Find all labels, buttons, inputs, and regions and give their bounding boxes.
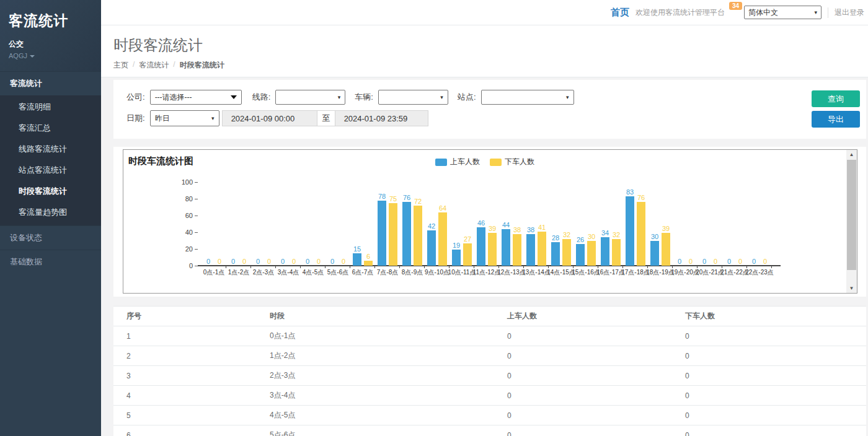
breadcrumb-item[interactable]: 客流统计 <box>139 60 169 71</box>
sidebar-item[interactable]: 基础数据 <box>0 250 101 274</box>
chart-scrollbar[interactable]: ▲ ▼ <box>846 150 857 293</box>
x-tick-label: 12点-13点 <box>497 268 526 277</box>
x-tick-label: 21点-22点 <box>720 268 749 277</box>
bar-column: 0 <box>254 182 262 266</box>
topbar: 首页 欢迎使用客流统计管理平台 34 简体中文 ▾ 退出登录 <box>101 0 868 25</box>
bar-value-label: 19 <box>453 242 460 249</box>
bar-column: 0 <box>675 182 684 266</box>
column-header: 上车人数 <box>507 307 685 326</box>
bar-column: 26 <box>576 182 585 266</box>
date-label: 日期: <box>126 113 145 124</box>
home-link[interactable]: 首页 <box>611 7 629 19</box>
x-tick-mark <box>399 266 400 268</box>
table-cell: 0 <box>685 406 866 425</box>
bar-column: 38 <box>526 182 535 266</box>
sidebar-item[interactable]: 线路客流统计 <box>0 139 101 160</box>
column-header: 下车人数 <box>685 307 866 326</box>
bar-group: 005点-6点 <box>326 182 350 266</box>
column-header: 序号 <box>113 307 270 326</box>
content-area: 公司: ---请选择--- 线路: ▾ 车辆: ▾ 站点: ▾ 日期: <box>101 77 868 436</box>
table-cell: 0 <box>507 425 685 436</box>
y-axis-tick: 20 <box>185 245 198 253</box>
sidebar-item[interactable]: 客流明细 <box>0 95 101 118</box>
vehicle-label: 车辆: <box>355 92 373 103</box>
bar-value-label: 0 <box>689 258 693 265</box>
sidebar-item[interactable]: 站点客流统计 <box>0 160 101 181</box>
filter-panel: 公司: ---请选择--- 线路: ▾ 车辆: ▾ 站点: ▾ 日期: <box>113 80 866 139</box>
bar-column: 42 <box>427 182 436 266</box>
station-select[interactable]: ▾ <box>481 90 574 105</box>
bar-column: 0 <box>240 182 249 266</box>
bar-column: 0 <box>686 182 695 266</box>
export-button[interactable]: 导出 <box>812 111 860 128</box>
bar-column: 0 <box>229 182 237 266</box>
sidebar-item[interactable]: 时段客流统计 <box>0 181 101 202</box>
chart-plot: 000点-1点001点-2点002点-3点003点-4点004点-5点005点-… <box>198 182 781 266</box>
bar-column: 75 <box>389 182 397 266</box>
sidebar-item[interactable]: 客流汇总 <box>0 118 101 139</box>
company-select[interactable]: ---请选择--- <box>150 90 242 105</box>
table-row: 32点-3点00 <box>113 366 866 386</box>
sidebar-item[interactable]: 设备状态 <box>0 225 101 250</box>
x-tick-label: 8点-9点 <box>402 268 423 277</box>
x-tick-label: 4点-5点 <box>303 268 324 277</box>
app-brand: 客流统计 <box>9 11 92 30</box>
language-select[interactable]: 简体中文 ▾ <box>744 6 822 19</box>
table-row: 21点-2点00 <box>113 346 866 366</box>
y-axis-tick: 80 <box>185 195 198 203</box>
scroll-down-icon[interactable]: ▼ <box>846 284 857 293</box>
table-cell: 0 <box>507 326 685 346</box>
bar-group: 443812点-13点 <box>499 182 524 266</box>
vehicle-select[interactable]: ▾ <box>378 90 448 105</box>
welcome-text: 欢迎使用客流统计管理平台 <box>636 7 725 18</box>
logout-link[interactable]: 退出登录 <box>828 7 864 18</box>
bar <box>389 203 397 266</box>
bar-group: 000点-1点 <box>202 182 226 266</box>
bar <box>612 239 621 266</box>
table-cell: 0 <box>507 366 685 386</box>
table-cell: 2点-3点 <box>270 366 507 386</box>
date-preset-select[interactable]: 昨日 ▾ <box>150 110 219 126</box>
x-tick-label: 22点-23点 <box>745 268 774 277</box>
sidebar-item[interactable]: 客流统计 <box>0 71 101 95</box>
bar-column: 15 <box>353 182 361 266</box>
bar-group: 001点-2点 <box>226 182 251 266</box>
bar <box>551 242 560 266</box>
table-row: 65点-6点00 <box>113 425 866 436</box>
org-selector[interactable]: AQGJ <box>9 52 92 59</box>
bar-value-label: 0 <box>242 258 246 265</box>
language-value: 简体中文 <box>748 7 778 18</box>
bar-column: 83 <box>626 182 634 266</box>
table-cell: 1点-2点 <box>270 346 507 366</box>
bar-value-label: 42 <box>428 222 435 230</box>
scrollbar-thumb[interactable] <box>847 160 856 270</box>
x-tick-mark <box>250 266 251 268</box>
query-button[interactable]: 查询 <box>812 90 860 107</box>
bar-value-label: 0 <box>678 258 681 265</box>
bar <box>637 202 645 266</box>
table-cell: 3 <box>113 366 270 386</box>
breadcrumb-item[interactable]: 主页 <box>113 60 128 71</box>
line-select[interactable]: ▾ <box>275 90 345 105</box>
legend-item[interactable]: 下车人数 <box>490 157 534 167</box>
scroll-up-icon[interactable]: ▲ <box>846 150 857 159</box>
bar-value-label: 41 <box>538 224 546 231</box>
bar <box>353 253 361 266</box>
bar-group: 1566点-7点 <box>350 182 375 266</box>
table-panel: 序号时段上车人数下车人数 10点-1点0021点-2点0032点-3点0043点… <box>113 306 866 436</box>
table-cell: 5点-6点 <box>270 425 507 436</box>
table-cell: 0 <box>507 346 685 366</box>
y-tick-mark <box>195 266 198 266</box>
bar-group: 384113点-14点 <box>524 182 549 266</box>
y-tick-label: 40 <box>185 229 193 236</box>
bar-column: 39 <box>662 182 670 266</box>
bar-column: 0 <box>204 182 213 266</box>
date-to-input[interactable]: 2024-01-09 23:59 <box>335 110 428 126</box>
date-from-input[interactable]: 2024-01-09 00:00 <box>222 110 317 126</box>
legend-swatch-icon <box>490 159 502 166</box>
legend-item[interactable]: 上车人数 <box>435 157 480 167</box>
sidebar-item[interactable]: 客流量趋势图 <box>0 202 101 223</box>
bar-value-label: 0 <box>702 258 706 265</box>
bar-group: 002点-3点 <box>251 182 276 266</box>
table-cell: 0 <box>507 386 685 406</box>
